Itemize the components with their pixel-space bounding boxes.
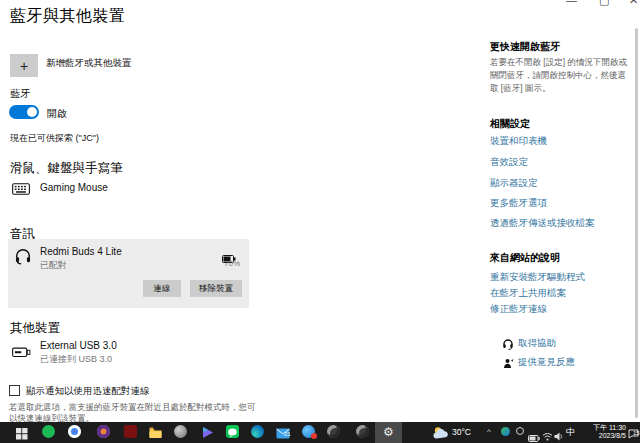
device-row-redmi-buds[interactable]: Redmi Buds 4 Lite 已配對 70% 連線 移除裝置 — [8, 239, 249, 308]
quick-bluetooth-body: 若要在不開啟 [設定] 的情況下開啟或關閉藍牙，請開啟控制中心，然後選取 [藍牙… — [490, 56, 628, 96]
settings-taskbar-button[interactable]: ⚙ — [375, 422, 402, 443]
link-reinstall-driver[interactable]: 重新安裝藍牙驅動程式 — [490, 271, 585, 284]
action-center-badge: 15 — [633, 430, 640, 436]
device-name: Redmi Buds 4 Lite — [40, 246, 122, 257]
taskbar-clock[interactable]: 下午 11:30 2023/8/5 — [576, 424, 626, 440]
edge-icon[interactable] — [251, 425, 264, 438]
close-button[interactable]: ✕ — [629, 0, 638, 6]
device-status: 已配對 — [40, 259, 67, 272]
toggle-knob — [27, 107, 37, 117]
tray-update-icon[interactable] — [516, 427, 524, 435]
link-share-files[interactable]: 在藍牙上共用檔案 — [490, 287, 566, 300]
app-sphere-icon[interactable] — [174, 425, 187, 438]
link-feedback[interactable]: 提供意見反應 — [518, 356, 575, 369]
wifi-icon[interactable] — [542, 427, 553, 443]
headset-icon — [14, 247, 32, 269]
device-usb-name[interactable]: External USB 3.0 — [40, 340, 117, 351]
tray-battery-icon[interactable] — [528, 428, 540, 443]
link-display-settings[interactable]: 顯示器設定 — [490, 177, 538, 190]
section-other-devices-header: 其他裝置 — [10, 320, 60, 337]
discoverable-text: 現在已可供探索 ("JC") — [10, 132, 99, 145]
device-gaming-mouse[interactable]: Gaming Mouse — [40, 182, 108, 193]
app-dark-1-icon[interactable] — [327, 425, 340, 438]
spotify-icon[interactable] — [42, 425, 55, 438]
minimize-button[interactable]: — — [566, 0, 577, 6]
gear-icon: ⚙ — [383, 426, 394, 439]
add-device-label[interactable]: 新增藍牙或其他裝置 — [46, 57, 132, 70]
link-fix-connections[interactable]: 修正藍牙連線 — [490, 303, 547, 316]
app-blue-badged-icon[interactable] — [302, 425, 315, 438]
tray-expand-chevron[interactable]: ^ — [487, 427, 491, 436]
bluetooth-toggle[interactable] — [9, 105, 39, 119]
notification-dot — [311, 433, 317, 439]
get-help-icon — [502, 336, 514, 354]
speaker-icon[interactable] — [554, 427, 564, 443]
mail-icon[interactable]: 21 — [276, 425, 289, 438]
tray-app-icon[interactable] — [501, 427, 510, 436]
section-mouse-keyboard-header: 滑鼠、鍵盤與手寫筆 — [10, 160, 123, 177]
page-title: 藍牙與其他裝置 — [10, 6, 126, 27]
keyboard-icon — [12, 181, 30, 199]
app-dark-2-icon[interactable] — [356, 425, 369, 438]
link-send-receive-files[interactable]: 透過藍牙傳送或接收檔案 — [490, 217, 595, 230]
plus-icon: + — [20, 58, 28, 74]
link-devices-printers[interactable]: 裝置和印表機 — [490, 135, 547, 148]
mail-badge: 21 — [284, 431, 291, 437]
bluetooth-label: 藍牙 — [10, 87, 30, 101]
file-explorer-icon[interactable] — [149, 425, 162, 438]
app-purple-icon[interactable] — [97, 425, 110, 438]
clock-time: 下午 11:30 — [576, 424, 626, 432]
link-sound-settings[interactable]: 音效設定 — [490, 156, 528, 169]
swift-pair-label[interactable]: 顯示通知以使用迅速配對連線 — [26, 385, 150, 398]
weather-icon[interactable] — [432, 425, 449, 443]
device-usb-status: 已連接到 USB 3.0 — [40, 353, 112, 366]
link-more-bluetooth-options[interactable]: 更多藍牙選項 — [490, 197, 547, 210]
bluetooth-toggle-state: 開啟 — [47, 107, 67, 121]
chrome-icon[interactable] — [68, 425, 81, 438]
app-play-icon[interactable] — [201, 425, 214, 438]
line-app-icon[interactable] — [226, 425, 239, 438]
app-darkred-icon[interactable] — [124, 425, 137, 438]
link-get-help[interactable]: 取得協助 — [518, 337, 556, 350]
weather-temp[interactable]: 30°C — [452, 427, 471, 437]
quick-bluetooth-title: 更快速開啟藍牙 — [490, 40, 560, 54]
action-center-icon[interactable]: 15 — [628, 425, 639, 443]
start-button[interactable] — [16, 426, 28, 443]
clock-date: 2023/8/5 — [576, 432, 626, 440]
connect-button[interactable]: 連線 — [143, 280, 181, 297]
usb-drive-icon — [12, 344, 31, 362]
battery-percent: 70% — [224, 259, 240, 268]
ime-indicator[interactable]: 中 — [566, 426, 575, 439]
maximize-button[interactable]: ▢ — [599, 0, 609, 6]
remove-device-button[interactable]: 移除裝置 — [190, 280, 242, 297]
related-settings-title: 相關設定 — [490, 117, 530, 131]
scrollbar[interactable] — [635, 28, 638, 418]
settings-window: — ▢ ✕ 藍牙與其他裝置 + 新增藍牙或其他裝置 藍牙 開啟 現在已可供探索 … — [0, 0, 640, 443]
web-help-title: 來自網站的說明 — [490, 251, 560, 265]
add-device-button[interactable]: + — [10, 54, 38, 77]
feedback-icon — [503, 355, 514, 373]
swift-pair-checkbox[interactable] — [9, 385, 20, 396]
